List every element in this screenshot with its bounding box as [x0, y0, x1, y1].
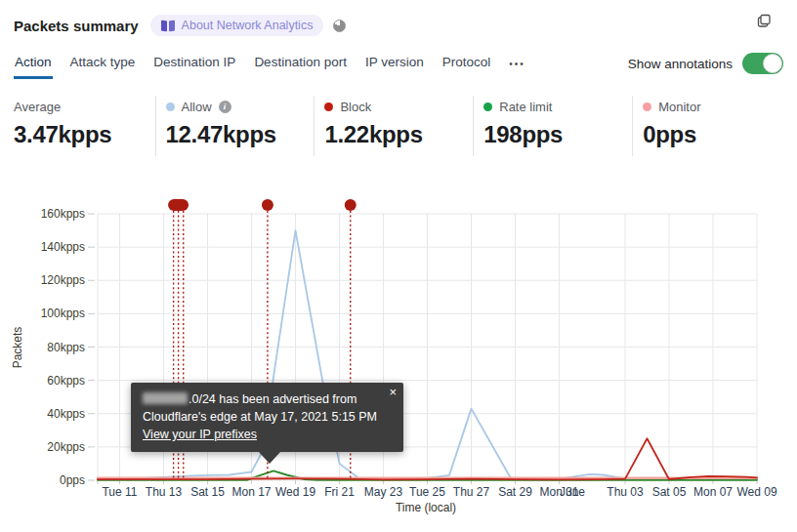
stat-label: Allow	[182, 100, 212, 114]
svg-text:40kpps: 40kpps	[47, 407, 85, 421]
svg-text:Thu 03: Thu 03	[607, 485, 644, 499]
badge-label: About Network Analytics	[182, 19, 314, 32]
stat-monitor: Monitor 0pps	[632, 96, 791, 156]
view-ip-prefixes-link[interactable]: View your IP prefixes	[143, 428, 257, 441]
stat-value: 1.22kpps	[324, 121, 463, 148]
svg-text:May 23: May 23	[364, 485, 403, 499]
svg-text:Packets: Packets	[11, 327, 24, 369]
show-annotations-control: Show annotations	[628, 53, 783, 74]
svg-text:Sat 29: Sat 29	[498, 485, 532, 499]
tooltip-line2: Cloudflare's edge at May 17, 2021 5:15 P…	[143, 408, 392, 426]
svg-text:Wed 09: Wed 09	[736, 485, 776, 499]
tab-protocol[interactable]: Protocol	[441, 53, 492, 79]
svg-text:Mon 07: Mon 07	[693, 485, 733, 499]
stat-average: Average 3.47kpps	[14, 96, 155, 156]
stat-block: Block 1.22kpps	[314, 96, 473, 156]
svg-text:Sat 05: Sat 05	[652, 485, 687, 499]
tab-attack-type[interactable]: Attack type	[69, 53, 137, 79]
svg-text:60kpps: 60kpps	[47, 374, 85, 388]
stat-label: Rate limit	[499, 100, 552, 114]
svg-text:Tue 11: Tue 11	[102, 485, 137, 499]
svg-text:Tue 25: Tue 25	[409, 485, 445, 499]
packets-summary-panel: 160kpps140kpps120kpps100kpps80kpps60kpps…	[0, 0, 797, 532]
toggle-knob	[763, 54, 782, 73]
svg-text:Fri 21: Fri 21	[324, 485, 355, 499]
svg-text:80kpps: 80kpps	[47, 341, 85, 354]
tooltip-link-row: View your IP prefixes	[143, 426, 392, 443]
stat-rate-limit: Rate limit 198pps	[473, 96, 632, 156]
svg-text:140kpps: 140kpps	[41, 240, 85, 254]
page-title: Packets summary	[14, 18, 139, 34]
tooltip-caret	[259, 452, 280, 464]
stat-value: 0pps	[643, 121, 781, 148]
svg-text:20kpps: 20kpps	[47, 440, 85, 454]
tabs: Action Attack type Destination IP Destin…	[14, 53, 526, 79]
annotation-tooltip: × .0/24 has been advertised from Cloudfl…	[131, 383, 403, 452]
svg-text:Sat 15: Sat 15	[190, 485, 225, 499]
tooltip-line1: .0/24 has been advertised from	[143, 390, 392, 408]
tab-ip-version[interactable]: IP version	[364, 53, 425, 79]
stats-row: Average 3.47kpps Allowi 12.47kpps Block …	[14, 96, 791, 156]
svg-text:Mon 17: Mon 17	[231, 485, 271, 499]
pie-loading-icon	[333, 20, 346, 32]
show-annotations-toggle[interactable]	[742, 53, 783, 74]
tabs-row: Action Attack type Destination IP Destin…	[14, 53, 783, 78]
svg-text:160kpps: 160kpps	[41, 207, 85, 221]
tab-destination-port[interactable]: Destination port	[253, 53, 348, 79]
stat-allow: Allowi 12.47kpps	[155, 96, 315, 156]
close-icon[interactable]: ×	[389, 386, 397, 398]
stat-label: Average	[14, 100, 61, 114]
block-dot	[324, 102, 333, 111]
tab-action[interactable]: Action	[14, 53, 53, 79]
stat-value: 12.47kpps	[166, 121, 305, 148]
svg-text:Wed 19: Wed 19	[275, 485, 315, 499]
more-tabs-icon[interactable]: •••	[508, 53, 526, 79]
stat-label: Block	[340, 100, 371, 114]
stat-value: 3.47kpps	[14, 121, 146, 148]
show-annotations-label: Show annotations	[628, 57, 733, 71]
svg-text:Time (local): Time (local)	[396, 501, 456, 514]
rate-limit-dot	[483, 102, 492, 111]
info-icon[interactable]: i	[219, 101, 231, 113]
stat-label: Monitor	[658, 100, 700, 114]
allow-dot	[166, 102, 175, 111]
svg-text:120kpps: 120kpps	[41, 273, 85, 287]
svg-text:0pps: 0pps	[60, 473, 85, 487]
svg-text:June: June	[560, 485, 585, 499]
tab-destination-ip[interactable]: Destination IP	[152, 53, 236, 79]
about-network-analytics-badge[interactable]: About Network Analytics	[150, 15, 324, 36]
copy-icon[interactable]	[756, 13, 772, 28]
svg-text:Thu 13: Thu 13	[146, 485, 183, 499]
stat-value: 198pps	[483, 121, 622, 148]
monitor-dot	[643, 102, 651, 111]
redacted-ip-prefix	[143, 392, 188, 404]
packets-chart[interactable]: 160kpps140kpps120kpps100kpps80kpps60kpps…	[0, 0, 797, 532]
header: Packets summary About Network Analytics	[14, 12, 783, 39]
book-icon	[161, 20, 175, 31]
svg-text:Thu 27: Thu 27	[453, 485, 490, 499]
svg-text:100kpps: 100kpps	[41, 307, 85, 320]
